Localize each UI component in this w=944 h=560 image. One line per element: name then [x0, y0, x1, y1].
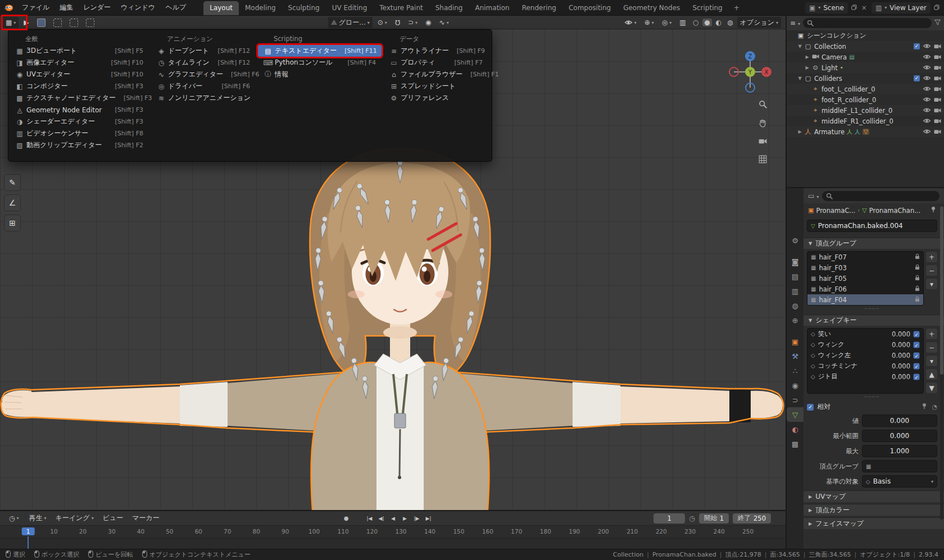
options-dropdown[interactable]: オプション ▾ — [737, 17, 781, 28]
menu-item-dope-sheet[interactable]: ◈ドープシート[Shift] F12 — [151, 45, 256, 57]
properties-tab-object-data[interactable]: ▽ — [787, 407, 804, 422]
shape-key-value[interactable]: 0.000 — [892, 341, 910, 349]
topbar-menu-render[interactable]: レンダー — [78, 0, 116, 15]
frame-end-field[interactable]: 終了 250 — [733, 513, 771, 523]
timeline-menu-view[interactable]: ビュー — [98, 513, 128, 523]
shading-rendered-button[interactable]: ◍ — [725, 19, 734, 26]
properties-tab-material[interactable]: ◐ — [787, 422, 804, 436]
outliner-search-input[interactable] — [803, 18, 932, 28]
menu-item-compositor[interactable]: ◧コンポジター[Shift] F3 — [10, 80, 149, 92]
pin-icon[interactable] — [922, 403, 927, 411]
shading-material-button[interactable]: ◐ — [714, 19, 723, 26]
select-mode-subtract-button[interactable] — [67, 17, 81, 28]
current-frame-field[interactable]: 1 — [653, 513, 685, 523]
outliner-row-camera[interactable]: ▶Camera▤ — [787, 52, 944, 62]
topbar-menu-edit[interactable]: 編集 — [55, 0, 78, 15]
shading-solid-button[interactable]: ● — [702, 19, 711, 26]
visibility-dropdown[interactable]: ▾ — [621, 17, 639, 28]
add-cube-tool-button[interactable]: ⊞ — [4, 215, 21, 231]
menu-item-file-browser[interactable]: ⌂ファイルブラウザー[Shift] F1 — [384, 69, 488, 80]
navigation-gizmo[interactable]: Z X Y — [728, 49, 773, 96]
menu-item-preferences[interactable]: ⚙プリファレンス — [384, 92, 488, 104]
menu-item-spreadsheet[interactable]: ⊞スプレッドシート — [384, 80, 488, 92]
render-camera-icon[interactable] — [934, 64, 941, 72]
lock-icon[interactable] — [915, 253, 920, 261]
menu-item-video-sequencer[interactable]: ▥ビデオシーケンサー[Shift] F8 — [10, 128, 149, 139]
menu-item-3d-viewport[interactable]: ▦3Dビューポート[Shift] F5 — [10, 45, 149, 57]
render-camera-icon[interactable] — [934, 75, 941, 83]
visibility-eye-icon[interactable] — [923, 117, 931, 125]
scene-unlink-button[interactable]: × — [860, 4, 868, 12]
properties-tab-tool[interactable]: ⚙ — [787, 233, 804, 248]
properties-tab-particles[interactable]: ∴ — [787, 363, 804, 378]
vertex-group-row[interactable]: ▦hair_F03 — [807, 262, 923, 273]
shape-key-mute-checkbox[interactable]: ✓ — [914, 331, 920, 337]
vertex-group-row[interactable]: ▦hair_F04 — [807, 294, 923, 305]
menu-item-uv-editor[interactable]: ◉UVエディター[Shift] F10 — [10, 69, 149, 80]
transform-orientation-dropdown[interactable]: ⟁ グロー... ▾ — [328, 17, 373, 28]
shape-key-row[interactable]: ◇笑い0.000✓ — [807, 329, 923, 339]
expand-arrow-icon[interactable]: ▶ — [804, 65, 811, 70]
shape-key-mute-checkbox[interactable]: ✓ — [914, 352, 920, 358]
view-layer-selector[interactable]: ▥ ▾ View Layer — [872, 2, 931, 13]
gizmos-dropdown[interactable]: ⊕▾ — [642, 17, 657, 28]
properties-tab-render[interactable]: ◙ — [787, 254, 804, 269]
list-resize-grip[interactable]: ┄┄┄┄ — [806, 394, 938, 399]
shape-key-mute-checkbox[interactable]: ✓ — [914, 363, 920, 369]
menu-item-movie-clip-editor[interactable]: ▧動画クリップエディター[Shift] F2 — [10, 139, 149, 151]
prev-keyframe-button[interactable]: ◀| — [376, 513, 387, 523]
xray-toggle-button[interactable]: ▥ — [677, 17, 688, 28]
jump-to-end-button[interactable]: ▶| — [423, 513, 434, 523]
snap-settings-dropdown[interactable]: ⊃▾ — [405, 17, 420, 28]
annotate-tool-button[interactable]: ✎ — [4, 174, 21, 191]
menu-item-graph-editor[interactable]: ∿グラフエディター[Shift] F6 — [151, 69, 256, 80]
blender-logo-icon[interactable] — [0, 4, 17, 12]
timeline-ruler[interactable]: 1020304050607080901001101201301401501601… — [0, 526, 786, 539]
properties-tab-scene[interactable]: ◍ — [787, 298, 804, 313]
visibility-eye-icon[interactable] — [923, 96, 931, 104]
expand-arrow-icon[interactable]: ▼ — [796, 44, 804, 49]
render-camera-icon[interactable] — [934, 85, 941, 93]
remove-vertex-group-button[interactable]: − — [925, 265, 938, 276]
menu-item-nonlinear-animation[interactable]: ≋ノンリニアアニメーション — [151, 92, 256, 104]
menu-item-shader-editor[interactable]: ◑シェーダーエディター[Shift] F3 — [10, 116, 149, 128]
properties-tab-texture[interactable]: ▩ — [787, 436, 804, 451]
outliner-row-scene-collection[interactable]: ▣シーンコレクション — [787, 30, 944, 41]
expand-arrow-icon[interactable]: ▶ — [796, 129, 804, 134]
camera-view-button[interactable] — [759, 138, 767, 146]
visibility-eye-icon[interactable] — [923, 85, 931, 93]
shape-key-value[interactable]: 0.000 — [892, 352, 910, 359]
vertex-group-row[interactable]: ▦hair_F05 — [807, 273, 923, 284]
scene-selector[interactable]: ▣ ▾ Scene — [805, 2, 848, 13]
jump-to-start-button[interactable]: |◀ — [364, 513, 375, 523]
menu-item-timeline[interactable]: ◷タイムライン[Shift] F12 — [151, 57, 256, 69]
vertex-groups-panel-header[interactable]: ▼ 頂点グループ — [804, 238, 944, 249]
number-field[interactable]: 0.000 — [862, 415, 937, 427]
zoom-button[interactable] — [759, 100, 767, 110]
workspace-tab-animation[interactable]: Animation — [469, 1, 515, 15]
shape-key-value[interactable]: 0.000 — [892, 373, 910, 381]
properties-scrollbar[interactable] — [940, 205, 943, 520]
workspace-tab-compositing[interactable]: Compositing — [562, 1, 617, 15]
shape-key-mute-checkbox[interactable]: ✓ — [914, 374, 920, 380]
shape-key-value[interactable]: 0.000 — [892, 330, 910, 338]
pivot-point-dropdown[interactable]: ⊙▾ — [375, 17, 390, 28]
panel-header-face-maps[interactable]: ▶フェイスマップ — [804, 517, 944, 529]
collection-checkbox[interactable]: ✓ — [914, 43, 920, 49]
outliner-row-collection[interactable]: ▼▢Collection✓ — [787, 41, 944, 52]
outliner-row-colliders[interactable]: ▼▢Colliders✓ — [787, 73, 944, 84]
lock-icon[interactable] — [915, 275, 920, 283]
menu-item-image-editor[interactable]: ◨画像エディター[Shift] F10 — [10, 57, 149, 69]
vertex-group-row[interactable]: ▦hair_F07 — [807, 252, 923, 262]
breadcrumb-data[interactable]: PronamaChan... — [869, 207, 920, 215]
timeline-menu-keying[interactable]: キーイング▾ — [51, 513, 98, 523]
visibility-eye-icon[interactable] — [923, 75, 931, 83]
auto-keying-button[interactable]: ● — [341, 513, 352, 523]
proportional-falloff-dropdown[interactable]: ∿▾ — [437, 17, 452, 28]
mode-button[interactable]: ▶ — [21, 17, 31, 28]
outliner-row-light[interactable]: ▶⊙Light• — [787, 62, 944, 73]
outliner-row-middlef-l1-collider-0[interactable]: ⌖middleF_L1_collider_0 — [787, 105, 944, 116]
select-mode-intersect-button[interactable] — [83, 17, 97, 28]
lock-icon[interactable] — [915, 264, 920, 272]
workspace-tab-scripting[interactable]: Scripting — [686, 1, 728, 15]
